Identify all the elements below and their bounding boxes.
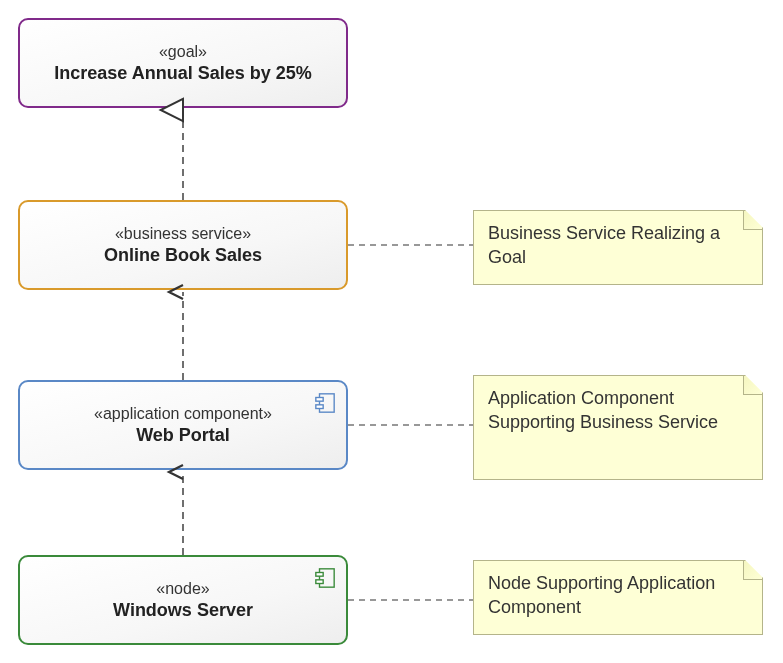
svg-rect-0 [320,394,335,412]
component-icon [314,392,336,414]
server-stereotype: «node» [156,580,209,598]
note-text: Application Component Supporting Busines… [488,388,718,432]
business-service-node[interactable]: «business service» Online Book Sales [18,200,348,290]
goal-stereotype: «goal» [159,43,207,61]
goal-node[interactable]: «goal» Increase Annual Sales by 25% [18,18,348,108]
note-application-component: Application Component Supporting Busines… [473,375,763,480]
svg-rect-5 [316,580,323,584]
goal-title: Increase Annual Sales by 25% [54,63,311,84]
application-component-stereotype: «application component» [94,405,272,423]
server-node[interactable]: «node» Windows Server [18,555,348,645]
business-service-stereotype: «business service» [115,225,251,243]
svg-rect-1 [316,398,323,402]
component-icon [314,567,336,589]
application-component-node[interactable]: «application component» Web Portal [18,380,348,470]
note-text: Node Supporting Application Component [488,573,715,617]
note-business-service: Business Service Realizing a Goal [473,210,763,285]
application-component-title: Web Portal [136,425,230,446]
note-text: Business Service Realizing a Goal [488,223,720,267]
server-title: Windows Server [113,600,253,621]
svg-rect-2 [316,405,323,409]
note-server: Node Supporting Application Component [473,560,763,635]
business-service-title: Online Book Sales [104,245,262,266]
svg-rect-4 [316,573,323,577]
svg-rect-3 [320,569,335,587]
